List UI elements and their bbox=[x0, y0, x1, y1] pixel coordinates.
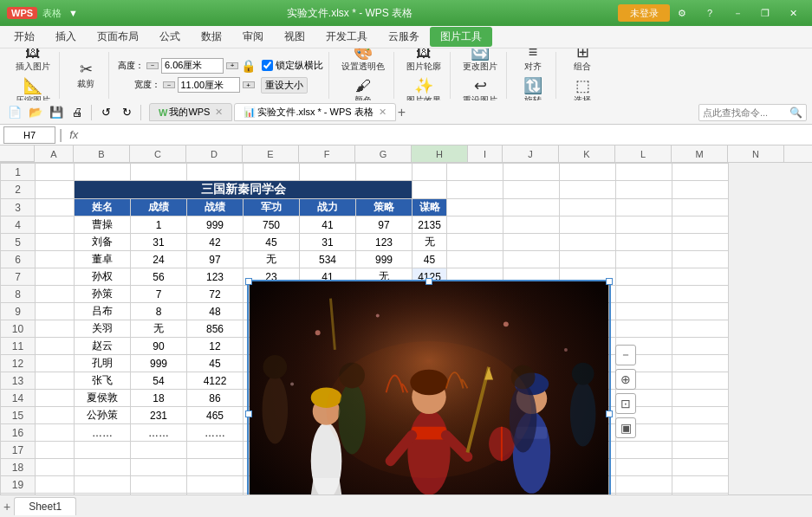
grid-wrapper[interactable]: 1 bbox=[0, 163, 812, 494]
sheet-tab-1[interactable]: Sheet1 bbox=[14, 497, 76, 515]
search-box[interactable]: 🔍 bbox=[698, 104, 807, 121]
save-btn[interactable]: 💾 bbox=[47, 103, 66, 122]
cell-G1[interactable] bbox=[356, 164, 412, 181]
cell-M2[interactable] bbox=[672, 181, 729, 199]
header-score[interactable]: 成绩 bbox=[131, 199, 187, 216]
formula-input[interactable] bbox=[85, 126, 809, 144]
tab-file-close[interactable]: ✕ bbox=[379, 107, 387, 118]
col-header-N[interactable]: N bbox=[728, 145, 784, 162]
col-header-G[interactable]: G bbox=[355, 145, 412, 162]
menu-cloud[interactable]: 云服务 bbox=[378, 27, 430, 47]
insert-picture-btn[interactable]: 🖼 插入图片 bbox=[12, 48, 54, 74]
menu-developer[interactable]: 开发工具 bbox=[315, 27, 378, 47]
cell-D1[interactable] bbox=[187, 164, 244, 181]
new-tab-btn[interactable]: + bbox=[398, 103, 406, 121]
cell-I2[interactable] bbox=[447, 181, 503, 199]
col-header-E[interactable]: E bbox=[243, 145, 299, 162]
col-header-B[interactable]: B bbox=[74, 145, 130, 162]
float-zoom-btn[interactable]: ⊕ bbox=[615, 369, 636, 390]
col-header-L[interactable]: L bbox=[615, 145, 672, 162]
tab-file[interactable]: 📊 实验文件.xlsx * - WPS 表格 ✕ bbox=[234, 103, 395, 121]
select-btn[interactable]: ⬚ 选择 bbox=[565, 76, 600, 100]
float-frame-btn[interactable]: ▣ bbox=[615, 417, 636, 438]
settings-button[interactable]: ⚙ bbox=[670, 4, 694, 22]
cell-L2[interactable] bbox=[616, 181, 672, 199]
col-header-C[interactable]: C bbox=[130, 145, 186, 162]
reset-picture-btn[interactable]: ↩ 重设图片 bbox=[459, 76, 501, 100]
col-header-D[interactable]: D bbox=[186, 145, 243, 162]
header-battle[interactable]: 战绩 bbox=[187, 199, 244, 216]
cell-M1[interactable] bbox=[672, 164, 729, 181]
cell-H2[interactable] bbox=[412, 181, 447, 199]
header-power[interactable]: 战力 bbox=[300, 199, 356, 216]
resize-handle-ml[interactable] bbox=[245, 410, 252, 417]
align-btn[interactable]: ≡ 对齐 bbox=[516, 48, 550, 74]
col-header-H[interactable]: H bbox=[412, 145, 468, 162]
col-header-A[interactable]: A bbox=[35, 145, 74, 162]
tab-my-wps-close[interactable]: ✕ bbox=[215, 107, 223, 118]
reset-size-btn[interactable]: 重设大小 bbox=[261, 77, 308, 94]
resize-handle-tc[interactable] bbox=[425, 278, 432, 285]
picture-effect-btn[interactable]: ✨ 图片效果 bbox=[403, 76, 445, 100]
cell-L3[interactable] bbox=[616, 199, 672, 216]
menu-view[interactable]: 视图 bbox=[274, 27, 315, 47]
picture-carousel-btn[interactable]: 🖼 图片轮廓 bbox=[403, 48, 445, 74]
col-header-J[interactable]: J bbox=[503, 145, 559, 162]
height-input[interactable] bbox=[161, 58, 224, 74]
cell-A3[interactable] bbox=[36, 199, 75, 216]
cell-K1[interactable] bbox=[560, 164, 616, 181]
menu-formula[interactable]: 公式 bbox=[149, 27, 191, 47]
crop-btn[interactable]: ✂ 裁剪 bbox=[68, 60, 103, 92]
cell-J2[interactable] bbox=[503, 181, 560, 199]
compress-picture-btn[interactable]: 📐 压缩图片 bbox=[12, 76, 54, 100]
resize-handle-tr[interactable] bbox=[606, 278, 613, 285]
open-btn[interactable]: 📂 bbox=[26, 103, 45, 122]
minimize-button[interactable]: － bbox=[725, 4, 750, 22]
col-header-I[interactable]: I bbox=[468, 145, 503, 162]
restore-button[interactable]: ❐ bbox=[753, 4, 777, 22]
menu-start[interactable]: 开始 bbox=[3, 27, 45, 47]
float-minus-btn[interactable]: － bbox=[615, 345, 636, 365]
cell-C1[interactable] bbox=[131, 164, 187, 181]
combine-btn[interactable]: ⊞ 组合 bbox=[565, 48, 600, 74]
cell-J3[interactable] bbox=[503, 199, 560, 216]
new-btn[interactable]: 📄 bbox=[5, 103, 24, 122]
cell-K3[interactable] bbox=[560, 199, 616, 216]
tab-my-wps[interactable]: W 我的WPS ✕ bbox=[149, 103, 232, 121]
print-btn[interactable]: 🖨 bbox=[68, 103, 87, 122]
menu-review[interactable]: 审阅 bbox=[232, 27, 274, 47]
change-picture-btn[interactable]: 🔄 更改图片 bbox=[459, 48, 501, 74]
name-box[interactable] bbox=[3, 126, 55, 144]
resize-handle-tl[interactable] bbox=[245, 278, 252, 285]
col-header-F[interactable]: F bbox=[299, 145, 355, 162]
header-name[interactable]: 姓名 bbox=[75, 199, 131, 216]
cell-J1[interactable] bbox=[503, 164, 560, 181]
height-plus-btn[interactable]: + bbox=[226, 62, 238, 69]
resize-handle-mr[interactable] bbox=[606, 410, 613, 417]
header-plan[interactable]: 谋略 bbox=[412, 199, 447, 216]
cell-A1[interactable] bbox=[36, 164, 75, 181]
header-military[interactable]: 军功 bbox=[244, 199, 300, 216]
rotate-btn[interactable]: 🔃 旋转 bbox=[516, 76, 550, 100]
add-sheet-btn[interactable]: + bbox=[3, 500, 10, 514]
redo-btn[interactable]: ↻ bbox=[117, 103, 136, 122]
cell-K2[interactable] bbox=[560, 181, 616, 199]
float-crop-btn[interactable]: ⊡ bbox=[615, 393, 636, 414]
col-header-M[interactable]: M bbox=[672, 145, 728, 162]
menu-insert[interactable]: 插入 bbox=[45, 27, 87, 47]
set-transparent-btn[interactable]: 🎨 设置透明色 bbox=[338, 48, 388, 74]
color-btn[interactable]: 🖌 颜色 bbox=[346, 76, 380, 100]
close-button[interactable]: ✕ bbox=[781, 4, 805, 22]
cell-L1[interactable] bbox=[616, 164, 672, 181]
cell-A2[interactable] bbox=[36, 181, 75, 199]
header-strategy[interactable]: 策略 bbox=[356, 199, 412, 216]
width-input[interactable] bbox=[178, 77, 240, 93]
cell-M3[interactable] bbox=[672, 199, 729, 216]
cell-B1[interactable] bbox=[75, 164, 131, 181]
login-button[interactable]: 未登录 bbox=[618, 4, 670, 22]
lock-ratio-checkbox[interactable] bbox=[262, 60, 273, 71]
cell-E1[interactable] bbox=[244, 164, 300, 181]
col-header-K[interactable]: K bbox=[559, 145, 615, 162]
menu-page-layout[interactable]: 页面布局 bbox=[87, 27, 149, 47]
cell-H1[interactable] bbox=[412, 164, 447, 181]
